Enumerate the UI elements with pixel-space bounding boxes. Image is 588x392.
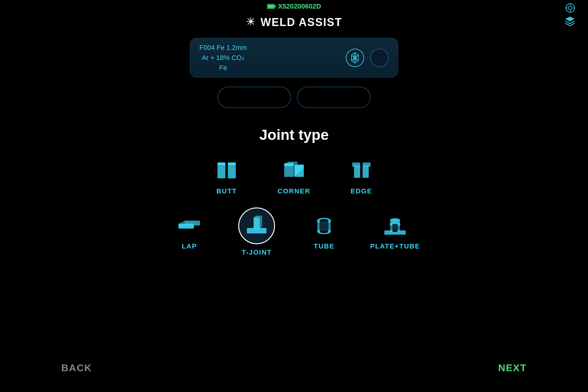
joint-section-title: Joint type: [259, 126, 329, 143]
svg-rect-43: [320, 221, 328, 232]
device-id-container: X520200602D: [267, 2, 321, 10]
svg-rect-19: [228, 162, 236, 165]
joint-item-tube[interactable]: TUBE: [303, 214, 345, 250]
page-title: WELD ASSIST: [261, 16, 342, 29]
device-id-text: X520200602D: [278, 2, 321, 10]
tube-icon: [309, 214, 339, 238]
config-section: F004 Fe 1.2mm Ar + 18% CO₂ Fe: [190, 35, 398, 77]
battery-svg: [267, 4, 276, 9]
joint-item-butt[interactable]: BUTT: [205, 159, 248, 195]
edge-icon: [346, 159, 377, 183]
svg-rect-26: [354, 166, 360, 178]
settings-svg: [565, 2, 576, 13]
tube-label: TUBE: [314, 242, 334, 250]
joint-row-1: BUTT CORNER: [205, 159, 383, 195]
config-bar[interactable]: F004 Fe 1.2mm Ar + 18% CO₂ Fe: [190, 38, 398, 77]
tab-button-1[interactable]: [217, 87, 291, 108]
joint-item-platetube[interactable]: PLATE+TUBE: [370, 214, 420, 250]
config-circle-btn[interactable]: [370, 49, 389, 67]
back-button[interactable]: BACK: [61, 362, 92, 374]
top-bar: X520200602D: [0, 0, 588, 13]
config-line2: Ar + 18% CO₂: [202, 54, 244, 62]
tab-button-2[interactable]: [297, 87, 371, 108]
joint-row-2: LAP T-JOINT: [168, 207, 420, 256]
config-line3: Fe: [219, 64, 227, 72]
edge-label: EDGE: [351, 187, 372, 195]
butt-label: BUTT: [217, 187, 237, 195]
joint-item-tjoint[interactable]: T-JOINT: [235, 207, 278, 256]
platetube-icon: [380, 214, 410, 238]
config-line1: F004 Fe 1.2mm: [199, 44, 247, 51]
svg-rect-30: [360, 162, 363, 167]
lap-label: LAP: [182, 242, 197, 250]
svg-rect-1: [274, 6, 276, 7]
lap-icon: [174, 214, 205, 238]
joint-item-edge[interactable]: EDGE: [340, 159, 383, 195]
wire-icon[interactable]: [346, 49, 364, 67]
battery-icon: [267, 4, 276, 9]
corner-label: CORNER: [277, 187, 310, 195]
tjoint-icon: [238, 207, 275, 244]
svg-rect-17: [228, 163, 236, 178]
header: WELD ASSIST: [0, 13, 588, 32]
tab-row: [217, 87, 371, 108]
svg-point-9: [250, 20, 252, 23]
svg-rect-18: [217, 162, 225, 165]
platetube-label: PLATE+TUBE: [370, 242, 420, 250]
svg-point-52: [392, 230, 398, 232]
svg-rect-20: [284, 165, 293, 177]
config-icons: [346, 49, 389, 67]
butt-icon: [211, 159, 242, 183]
svg-rect-16: [217, 163, 225, 178]
svg-marker-10: [565, 17, 575, 21]
svg-rect-28: [352, 162, 360, 167]
svg-point-4: [568, 6, 572, 10]
svg-rect-2: [268, 5, 274, 8]
svg-rect-54: [390, 220, 400, 224]
svg-rect-27: [363, 166, 369, 178]
svg-rect-32: [185, 221, 200, 226]
joint-grid: BUTT CORNER: [168, 159, 420, 256]
tjoint-label: T-JOINT: [242, 248, 272, 256]
config-text: F004 Fe 1.2mm Ar + 18% CO₂ Fe: [199, 43, 247, 73]
svg-marker-37: [260, 216, 262, 229]
star-icon: [246, 17, 256, 28]
layers-icon[interactable]: [564, 15, 576, 29]
svg-rect-35: [254, 218, 260, 229]
joint-section: Joint type BUTT: [168, 126, 420, 256]
next-button[interactable]: NEXT: [498, 362, 527, 374]
svg-point-44: [320, 230, 328, 233]
bottom-nav: BACK NEXT: [0, 362, 588, 374]
joint-item-corner[interactable]: CORNER: [273, 159, 315, 195]
svg-rect-29: [363, 162, 371, 167]
corner-icon: [279, 159, 309, 183]
joint-item-lap[interactable]: LAP: [168, 214, 211, 250]
